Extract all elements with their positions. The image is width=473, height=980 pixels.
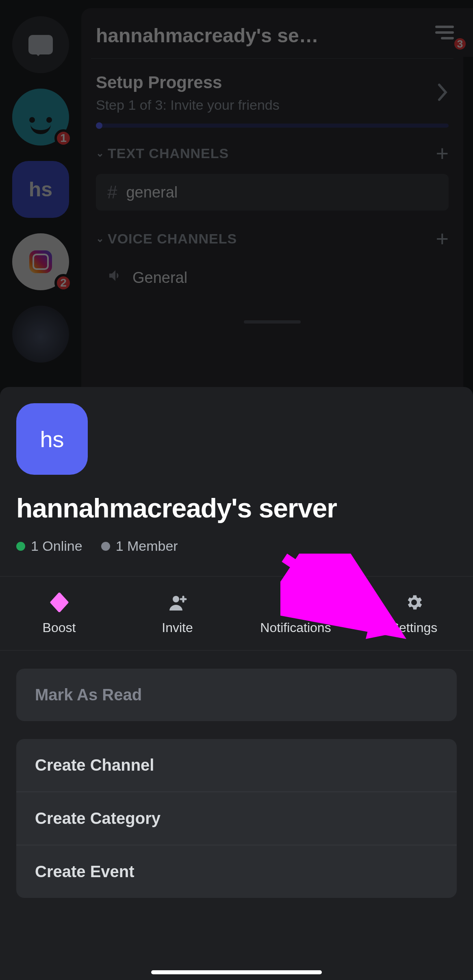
server-name-title: hannahmacready's server xyxy=(16,493,457,524)
presence-row: 1 Online 1 Member xyxy=(16,538,457,554)
settings-button[interactable]: Settings xyxy=(355,577,473,650)
gear-icon xyxy=(404,592,425,613)
create-category-button[interactable]: Create Category xyxy=(16,791,457,845)
invite-button[interactable]: Invite xyxy=(118,577,236,650)
notifications-button[interactable]: Notifications xyxy=(236,577,355,650)
server-menu-sheet: hs hannahmacready's server 1 Online 1 Me… xyxy=(0,387,473,980)
menu-group-create: Create Channel Create Category Create Ev… xyxy=(16,739,457,898)
invite-icon xyxy=(167,592,188,613)
mark-as-read-button[interactable]: Mark As Read xyxy=(16,669,457,721)
home-indicator[interactable] xyxy=(151,970,322,974)
member-count: 1 Member xyxy=(101,538,178,554)
svg-point-0 xyxy=(173,596,179,602)
menu-group-read: Mark As Read xyxy=(16,669,457,721)
create-channel-button[interactable]: Create Channel xyxy=(16,739,457,791)
create-event-button[interactable]: Create Event xyxy=(16,845,457,898)
boost-icon xyxy=(49,592,70,613)
server-action-bar: Boost Invite Notifications Settings xyxy=(0,576,473,651)
boost-button[interactable]: Boost xyxy=(0,577,118,650)
server-icon[interactable]: hs xyxy=(16,403,88,475)
bell-icon xyxy=(285,592,306,613)
online-count: 1 Online xyxy=(16,538,82,554)
